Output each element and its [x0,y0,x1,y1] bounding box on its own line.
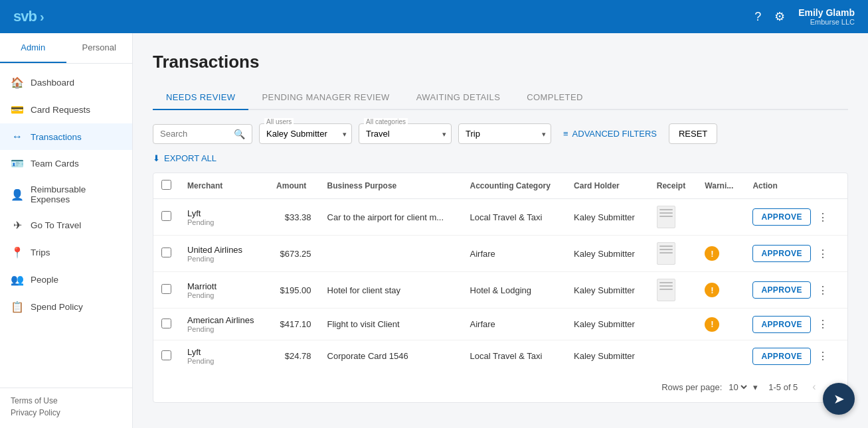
sidebar-item-label: Transactions [31,132,82,142]
warning-icon: ! [705,317,719,332]
card-holder: Kaley Submitter [566,309,649,340]
sidebar-nav: 🏠 Dashboard 💳 Card Requests ↔ Transactio… [0,64,132,388]
sidebar-item-go-to-travel[interactable]: ✈ Go To Travel [0,212,132,239]
sidebar-footer: Terms of Use Privacy Policy [0,388,132,428]
sidebar-item-card-requests[interactable]: 💳 Card Requests [0,96,132,123]
row-checkbox[interactable] [161,350,171,360]
category-filter-select[interactable]: Travel [359,123,452,144]
user-filter-label: All users [264,118,294,125]
card-holder: Kaley Submitter [566,199,649,236]
settings-icon[interactable]: ⚙ [774,9,785,24]
action-cell: APPROVE ⋮ [752,281,839,299]
transactions-table: Merchant Amount Business Purpose Account… [153,173,847,372]
help-icon[interactable]: ? [754,10,761,24]
business-purpose [319,236,462,272]
sidebar-item-dashboard[interactable]: 🏠 Dashboard [0,69,132,96]
more-options-button[interactable]: ⋮ [814,283,832,298]
search-input[interactable] [160,129,231,139]
user-name: Emily Glamb [798,7,855,18]
sidebar-item-reimbursable-expenses[interactable]: 👤 Reimbursable Expenses [0,177,132,212]
receipt-thumbnail [657,206,675,228]
more-options-button[interactable]: ⋮ [814,317,832,332]
search-box: 🔍 [153,124,252,144]
receipt-thumbnail [657,279,675,301]
row-checkbox[interactable] [161,211,171,221]
row-checkbox[interactable] [161,284,171,294]
reimbursable-icon: 👤 [11,188,24,201]
row-checkbox[interactable] [161,248,171,257]
rows-per-page-arrow-icon: ▾ [753,382,758,392]
sidebar-item-people[interactable]: 👥 People [0,266,132,293]
business-purpose: Corporate Card 1546 [319,340,462,372]
more-options-button[interactable]: ⋮ [814,246,832,261]
tab-awaiting-details[interactable]: AWAITING DETAILS [403,86,514,110]
warning-icon: ! [705,283,719,297]
col-amount: Amount [268,173,319,199]
filters-row: 🔍 All users Kaley Submitter ▾ All catego… [153,123,848,144]
more-options-button[interactable]: ⋮ [814,348,832,364]
receipt-cell [649,199,697,236]
trips-icon: 📍 [11,246,24,259]
approve-button[interactable]: APPROVE [752,281,810,299]
action-cell: APPROVE ⋮ [752,348,839,365]
approve-button[interactable]: APPROVE [752,208,810,226]
accounting-category: Airfare [462,236,566,272]
trip-filter-select[interactable]: Trip [458,123,551,144]
user-filter-select[interactable]: Kaley Submitter [259,123,352,144]
warning-cell [697,340,744,372]
merchant-status: Pending [187,218,260,226]
user-menu[interactable]: Emily Glamb Emburse LLC [798,7,855,26]
sidebar-item-label: Reimbursable Expenses [31,184,122,204]
reset-button[interactable]: RESET [669,123,717,144]
tab-pending-manager-review[interactable]: PENDING MANAGER REVIEW [248,86,402,110]
table-row: American Airlines Pending $417.10 Flight… [153,309,847,340]
terms-link[interactable]: Terms of Use [11,396,122,405]
category-filter-wrap: All categories Travel ▾ [359,123,452,144]
merchant-status: Pending [187,291,260,299]
tab-needs-review[interactable]: NEEDS REVIEW [153,86,248,110]
sidebar-item-trips[interactable]: 📍 Trips [0,239,132,266]
sidebar-item-transactions[interactable]: ↔ Transactions [0,123,132,150]
tab-completed[interactable]: COMPLETED [513,86,596,110]
sidebar-item-team-cards[interactable]: 🪪 Team Cards [0,150,132,177]
accounting-category: Hotel & Lodging [462,272,566,309]
chat-button[interactable]: ➤ [823,383,855,415]
approve-button[interactable]: APPROVE [752,316,810,333]
receipt-cell [649,340,697,372]
export-all-button[interactable]: ⬇ EXPORT ALL [153,153,217,163]
app-logo[interactable]: svb › [13,8,44,25]
prev-page-button[interactable]: ‹ [808,380,820,394]
warning-cell: ! [697,272,744,309]
card-holder: Kaley Submitter [566,236,649,272]
business-purpose: Flight to visit Client [319,309,462,340]
tab-group: NEEDS REVIEW PENDING MANAGER REVIEW AWAI… [153,86,848,110]
advanced-filters-button[interactable]: ≡ ADVANCED FILTERS [558,125,662,143]
sidebar-item-spend-policy[interactable]: 📋 Spend Policy [0,293,132,321]
sidebar-tab-admin[interactable]: Admin [0,33,66,63]
rows-per-page-select[interactable]: 10 [726,382,749,393]
merchant-status: Pending [187,325,260,333]
row-checkbox[interactable] [161,319,171,328]
warning-cell [697,199,744,236]
approve-button[interactable]: APPROVE [752,245,810,262]
privacy-link[interactable]: Privacy Policy [11,408,122,417]
approve-button[interactable]: APPROVE [752,348,810,365]
amount: $673.25 [268,236,319,272]
sidebar-item-label: Spend Policy [31,302,83,312]
table-row: United Airlines Pending $673.25 Airfare … [153,236,847,272]
sidebar-tab-group: Admin Personal [0,33,132,64]
trip-filter-wrap: Trip ▾ [458,123,551,144]
accounting-category: Local Travel & Taxi [462,340,566,372]
business-purpose: Car to the airport for client m... [319,199,462,236]
accounting-category: Airfare [462,309,566,340]
sidebar-item-label: People [31,275,58,285]
warning-icon: ! [705,246,719,261]
more-options-button[interactable]: ⋮ [814,210,832,225]
pagination-row: Rows per page: 10 ▾ 1-5 of 5 ‹ › [153,372,847,402]
select-all-checkbox[interactable] [161,180,171,190]
col-accounting-category: Accounting Category [462,173,566,199]
col-receipt: Receipt [649,173,697,199]
topnav-right: ? ⚙ Emily Glamb Emburse LLC [754,7,855,26]
sidebar-tab-personal[interactable]: Personal [66,33,133,63]
rows-per-page: Rows per page: 10 ▾ [661,382,758,393]
